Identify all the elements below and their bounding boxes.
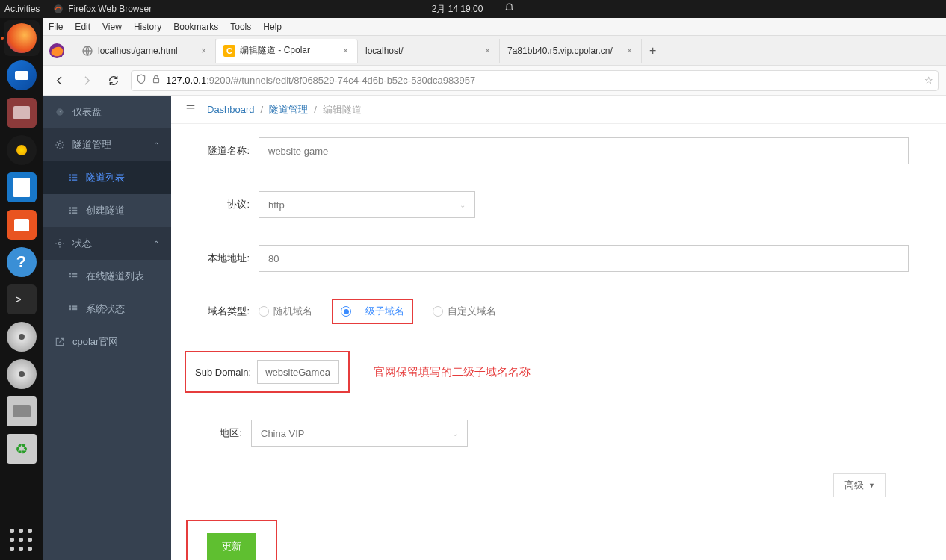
dock-disk1[interactable] bbox=[4, 319, 40, 355]
tab-localhost[interactable]: localhost/ × bbox=[358, 39, 500, 63]
firefox-small-icon bbox=[53, 4, 64, 14]
tunnel-name-label: 隧道名称: bbox=[194, 144, 250, 158]
refresh-button[interactable] bbox=[104, 71, 123, 90]
menu-history[interactable]: History bbox=[134, 22, 161, 32]
svg-rect-10 bbox=[69, 179, 71, 181]
system-top-bar: Activities Firefox Web Browser 2月 14 19:… bbox=[0, 0, 946, 18]
radio-custom-domain[interactable]: 自定义域名 bbox=[433, 305, 496, 318]
chevron-up-icon: ⌃ bbox=[153, 141, 159, 149]
svg-rect-9 bbox=[72, 177, 77, 178]
radio-subdomain[interactable]: 二级子域名 bbox=[341, 305, 404, 318]
svg-rect-16 bbox=[69, 212, 71, 214]
subdomain-input[interactable]: websiteGamea bbox=[257, 360, 339, 384]
sidebar-create-tunnel[interactable]: 创建隧道 bbox=[43, 194, 171, 227]
sidebar-dashboard[interactable]: 仪表盘 bbox=[43, 96, 171, 128]
svg-rect-8 bbox=[69, 177, 71, 178]
advanced-button[interactable]: 高级▼ bbox=[833, 473, 886, 497]
dock-help[interactable]: ? bbox=[4, 244, 40, 280]
local-addr-label: 本地地址: bbox=[194, 252, 250, 265]
dock-thunderbird[interactable] bbox=[4, 57, 40, 93]
globe-icon bbox=[81, 45, 93, 57]
svg-rect-25 bbox=[69, 308, 71, 310]
breadcrumb: Dashboard / 隧道管理 / 编辑隧道 bbox=[171, 96, 946, 124]
dock-trash[interactable]: ♻ bbox=[4, 431, 40, 467]
breadcrumb-tunnel-mgmt[interactable]: 隧道管理 bbox=[269, 103, 308, 116]
dock-drive[interactable] bbox=[4, 393, 40, 429]
svg-rect-24 bbox=[72, 305, 77, 307]
tab-cpolar[interactable]: C 编辑隧道 - Cpolar × bbox=[216, 39, 358, 63]
menu-help[interactable]: Help bbox=[263, 22, 282, 32]
dock-terminal[interactable]: >_ bbox=[4, 281, 40, 317]
close-icon[interactable]: × bbox=[341, 46, 350, 56]
chevron-down-icon: ⌄ bbox=[452, 429, 458, 438]
dock-libreoffice[interactable] bbox=[4, 169, 40, 205]
breadcrumb-dashboard[interactable]: Dashboard bbox=[207, 104, 255, 115]
update-button[interactable]: 更新 bbox=[207, 533, 256, 560]
region-select[interactable]: China VIP⌄ bbox=[251, 420, 468, 447]
close-icon[interactable]: × bbox=[483, 46, 492, 56]
sidebar-cpolar-site[interactable]: cpolar官网 bbox=[43, 326, 171, 358]
close-icon[interactable]: × bbox=[200, 46, 208, 56]
chevron-down-icon: ⌄ bbox=[460, 201, 466, 209]
tunnel-name-input[interactable]: website game bbox=[259, 137, 909, 164]
main-content: Dashboard / 隧道管理 / 编辑隧道 隧道名称: website ga… bbox=[171, 96, 946, 560]
domain-type-radio-group: 随机域名 二级子域名 自定义域名 bbox=[259, 299, 496, 324]
annotation-box-submit: 更新 bbox=[186, 520, 277, 560]
svg-rect-15 bbox=[72, 210, 77, 211]
local-addr-input[interactable]: 80 bbox=[259, 245, 909, 272]
protocol-select[interactable]: http⌄ bbox=[259, 191, 475, 218]
svg-rect-14 bbox=[69, 210, 71, 211]
tab-game[interactable]: localhost/game.html × bbox=[74, 39, 216, 63]
dock-rhythmbox[interactable] bbox=[4, 132, 40, 168]
shield-icon bbox=[136, 74, 146, 87]
annotation-text: 官网保留填写的二级子域名名称 bbox=[374, 365, 531, 379]
forward-button[interactable] bbox=[77, 71, 96, 90]
browser-tabs: localhost/game.html × C 编辑隧道 - Cpolar × … bbox=[43, 36, 946, 66]
svg-rect-20 bbox=[72, 273, 77, 274]
tab-vip[interactable]: 7a81bb40.r5.vip.cpolar.cn/ × bbox=[500, 39, 642, 63]
subdomain-label: Sub Domain: bbox=[195, 367, 251, 378]
svg-rect-26 bbox=[72, 308, 77, 310]
sidebar-tunnel-list[interactable]: 隧道列表 bbox=[43, 161, 171, 194]
menu-tools[interactable]: Tools bbox=[230, 22, 251, 32]
lock-icon bbox=[151, 74, 161, 87]
svg-rect-21 bbox=[69, 276, 71, 277]
sidebar-status[interactable]: 状态 ⌃ bbox=[43, 227, 171, 260]
current-app-title[interactable]: Firefox Web Browser bbox=[53, 4, 152, 14]
svg-rect-6 bbox=[69, 174, 71, 175]
menu-edit[interactable]: Edit bbox=[75, 22, 90, 32]
svg-point-5 bbox=[58, 143, 61, 146]
menu-bookmarks[interactable]: Bookmarks bbox=[173, 22, 218, 32]
svg-rect-13 bbox=[72, 207, 77, 208]
firefox-menubar: File Edit View History Bookmarks Tools H… bbox=[43, 18, 946, 36]
close-icon[interactable]: × bbox=[625, 46, 634, 56]
sidebar-system-status[interactable]: 系统状态 bbox=[43, 293, 171, 326]
url-input[interactable]: 127.0.0.1:9200/#/tunnels/edit/8f068529-7… bbox=[131, 70, 939, 91]
dock-files[interactable] bbox=[4, 95, 40, 131]
url-text: 127.0.0.1:9200/#/tunnels/edit/8f068529-7… bbox=[166, 75, 920, 86]
firefox-toolbar-icon[interactable] bbox=[47, 41, 67, 60]
dock-apps-grid[interactable] bbox=[8, 527, 35, 554]
menu-file[interactable]: File bbox=[49, 22, 63, 32]
back-button[interactable] bbox=[50, 71, 69, 90]
caret-down-icon: ▼ bbox=[868, 482, 875, 489]
sidebar-online-list[interactable]: 在线隧道列表 bbox=[43, 260, 171, 293]
radio-random-domain[interactable]: 随机域名 bbox=[259, 305, 312, 318]
sidebar-tunnel-mgmt[interactable]: 隧道管理 ⌃ bbox=[43, 128, 171, 161]
dock-disk2[interactable] bbox=[4, 356, 40, 392]
notification-bell-icon[interactable] bbox=[504, 3, 514, 16]
dock-firefox[interactable] bbox=[4, 20, 40, 56]
clock[interactable]: 2月 14 19:00 bbox=[432, 3, 515, 16]
ubuntu-dock: ? >_ ♻ bbox=[0, 18, 43, 560]
new-tab-button[interactable]: + bbox=[642, 44, 664, 57]
bookmark-star-icon[interactable]: ☆ bbox=[924, 75, 933, 86]
form-area: 隧道名称: website game 协议: http⌄ 本地地址: 80 域名… bbox=[171, 124, 946, 560]
activities-button[interactable]: Activities bbox=[4, 4, 40, 14]
dock-software[interactable] bbox=[4, 207, 40, 243]
svg-rect-23 bbox=[69, 305, 71, 307]
svg-rect-11 bbox=[72, 179, 77, 181]
annotation-box-subdomain: 二级子域名 bbox=[332, 299, 413, 324]
menu-view[interactable]: View bbox=[102, 22, 122, 32]
svg-point-0 bbox=[55, 4, 64, 13]
sidebar-toggle-icon[interactable] bbox=[185, 103, 197, 116]
